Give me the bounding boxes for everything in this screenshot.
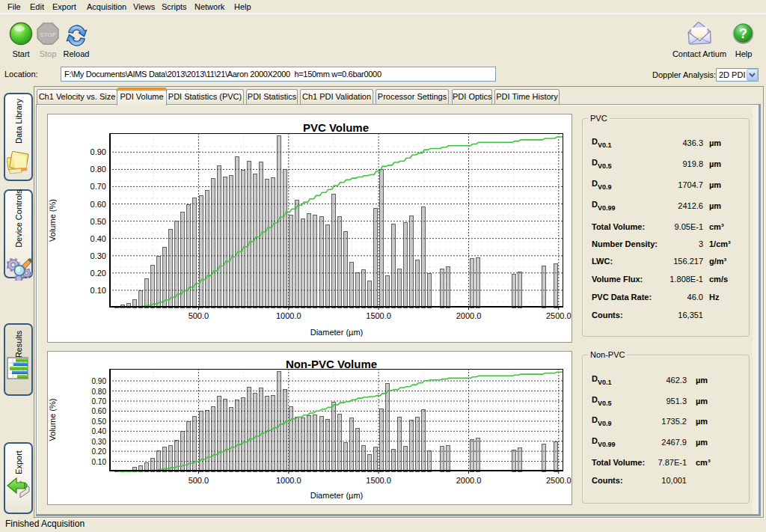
svg-text:PVC Volume: PVC Volume	[303, 121, 369, 134]
svg-text:0.10: 0.10	[92, 458, 107, 466]
svg-text:0.90: 0.90	[91, 147, 106, 156]
svg-text:Non-PVC Volume: Non-PVC Volume	[286, 358, 377, 370]
svg-text:0.80: 0.80	[92, 388, 107, 396]
svg-text:0.90: 0.90	[92, 377, 107, 385]
svg-text:0.60: 0.60	[92, 407, 107, 415]
svg-text:0.50: 0.50	[92, 418, 107, 426]
svg-text:0.20: 0.20	[91, 269, 106, 278]
svg-text:2000.0: 2000.0	[456, 476, 482, 485]
svg-text:0.70: 0.70	[91, 182, 106, 191]
svg-text:0.50: 0.50	[91, 217, 106, 226]
svg-text:0.30: 0.30	[91, 251, 106, 260]
svg-text:0.80: 0.80	[91, 165, 106, 174]
svg-text:0.60: 0.60	[91, 200, 106, 209]
svg-text:0.40: 0.40	[92, 427, 107, 435]
svg-text:Diameter (µm): Diameter (µm)	[310, 328, 364, 337]
svg-text:0.10: 0.10	[91, 286, 106, 295]
svg-text:500.0: 500.0	[189, 476, 209, 485]
svg-text:2500.0: 2500.0	[546, 311, 572, 320]
svg-text:1000.0: 1000.0	[276, 311, 301, 320]
svg-text:1500.0: 1500.0	[366, 476, 391, 485]
svg-text:500.0: 500.0	[189, 311, 209, 320]
svg-text:Volume (%): Volume (%)	[48, 199, 57, 242]
svg-text:0.20: 0.20	[92, 447, 107, 456]
svg-text:STOP: STOP	[40, 31, 56, 38]
svg-text:1500.0: 1500.0	[366, 311, 391, 320]
svg-text:2500.0: 2500.0	[546, 476, 572, 485]
svg-text:0.30: 0.30	[92, 438, 107, 446]
svg-text:0.70: 0.70	[92, 397, 107, 406]
svg-text:Diameter (µm): Diameter (µm)	[310, 491, 364, 500]
svg-text:0.40: 0.40	[91, 234, 106, 243]
svg-text:?: ?	[739, 26, 747, 41]
svg-text:Volume (%): Volume (%)	[48, 399, 57, 441]
svg-text:1000.0: 1000.0	[276, 476, 301, 485]
svg-text:2000.0: 2000.0	[456, 311, 482, 320]
